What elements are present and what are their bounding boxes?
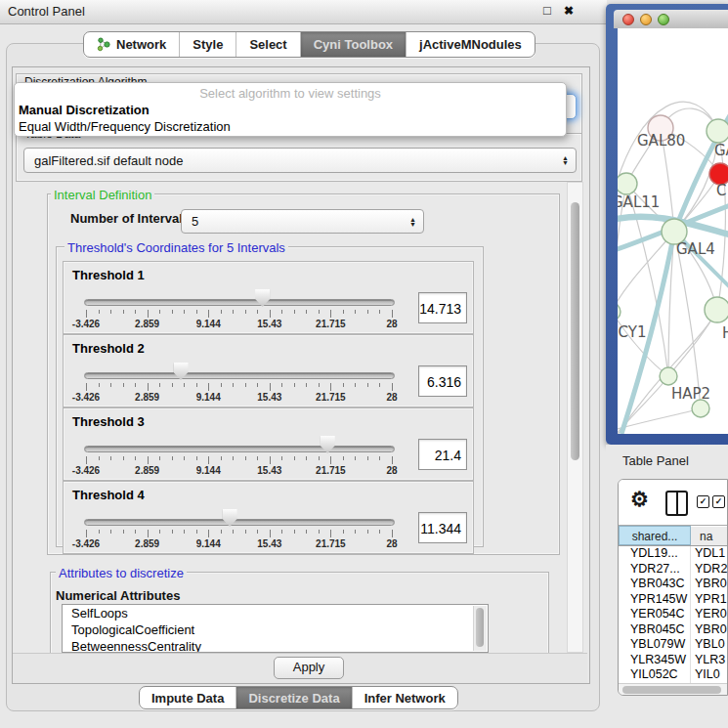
number-of-intervals-combobox[interactable]: 5 ▲▼ <box>181 209 424 234</box>
tab-discretize-data[interactable]: Discretize Data <box>236 687 351 708</box>
slider-tick <box>172 383 173 387</box>
slider-tick <box>294 310 295 314</box>
network-node-gcy1[interactable] <box>618 303 621 321</box>
table-row[interactable]: YBR043CYBR0 <box>619 577 727 592</box>
table-cell[interactable]: YER054C <box>619 607 691 622</box>
table-row[interactable]: YDL19...YDL1 <box>619 546 727 562</box>
slider-tick <box>172 456 173 460</box>
column-header-name[interactable]: na <box>691 526 727 545</box>
table-cell[interactable]: YBR045C <box>619 622 691 638</box>
table-cell[interactable]: YIL052C <box>619 667 691 683</box>
tab-impute-data[interactable]: Impute Data <box>140 687 236 708</box>
table-row[interactable]: YDR27...YDR2 <box>619 562 727 578</box>
table-data-combobox[interactable]: galFiltered.sif default node ▲▼ <box>23 148 577 173</box>
table-cell[interactable]: YBL0 <box>691 637 727 653</box>
gear-icon[interactable]: ⚙ <box>630 488 649 511</box>
slider-tick-label: 28 <box>367 392 416 403</box>
slider-tick-label: 9.144 <box>184 392 233 403</box>
threshold-label: Threshold 2 <box>72 341 145 356</box>
network-view-window[interactable]: GAL80GACGAL11GAL4GCY1HHAP2 <box>606 4 728 445</box>
tab-style[interactable]: Style <box>179 32 236 57</box>
network-node-ga[interactable] <box>707 119 728 143</box>
numerical-attributes-list[interactable]: SelfLoopsTopologicalCoefficientBetweenne… <box>62 604 489 653</box>
table-panel-titlebar: Table Panel <box>606 445 728 477</box>
table-cell[interactable]: YBR0 <box>691 577 727 592</box>
table-cell[interactable]: YLR345W <box>619 653 691 668</box>
table-row[interactable]: YBL079WYBL0 <box>619 637 727 653</box>
table-cell[interactable]: YIL0 <box>691 667 727 683</box>
table-cell[interactable]: YLR3 <box>691 653 727 668</box>
tab-network[interactable]: Network <box>84 32 179 57</box>
slider-tick <box>184 310 185 314</box>
scrollbar-thumb[interactable] <box>476 608 484 647</box>
algorithm-option-equal-width-frequency-discretization[interactable]: Equal Width/Frequency Discretization <box>19 118 562 135</box>
algorithm-option-manual-discretization[interactable]: Manual Discretization <box>19 102 562 118</box>
table-cell[interactable]: YBR043C <box>619 577 691 592</box>
table-cell[interactable]: YBR0 <box>691 622 727 638</box>
attribute-item-betweennesscentrality[interactable]: BetweennessCentrality <box>63 638 488 653</box>
slider-tick <box>148 530 149 537</box>
tab-infer-network[interactable]: Infer Network <box>352 687 457 708</box>
table-horizontal-scrollbar[interactable] <box>619 683 727 696</box>
slider-tick <box>306 383 307 387</box>
attribute-item-selfloops[interactable]: SelfLoops <box>63 605 488 621</box>
slider-tick <box>99 310 100 314</box>
table-cell[interactable]: YBL079W <box>619 637 691 653</box>
attributes-list-scrollbar[interactable] <box>473 606 487 651</box>
slider-tick <box>355 456 356 460</box>
slider-tick <box>343 456 344 460</box>
checkbox-icon[interactable]: ✓ <box>712 495 725 508</box>
apply-button[interactable]: Apply <box>274 657 344 679</box>
slider-tick <box>110 530 111 534</box>
slider-tick <box>281 456 282 460</box>
threshold-value-field-2[interactable]: 6.316 <box>418 365 467 397</box>
attribute-item-topologicalcoefficient[interactable]: TopologicalCoefficient <box>63 621 488 638</box>
network-node[interactable] <box>692 400 709 417</box>
minimize-traffic-light-icon[interactable] <box>640 14 652 25</box>
tab-jactivemnodules[interactable]: jActiveMNodules <box>406 32 535 57</box>
tab-cyni-toolbox[interactable]: Cyni Toolbox <box>300 32 406 57</box>
checkbox-icon[interactable]: ✓ <box>697 495 709 508</box>
slider-track[interactable] <box>84 519 395 526</box>
slider-track[interactable] <box>84 299 395 306</box>
threshold-value-field-3[interactable]: 21.4 <box>418 439 467 470</box>
network-node-h[interactable] <box>705 297 728 322</box>
table-row[interactable]: YBR045CYBR0 <box>619 622 727 638</box>
tab-label: Cyni Toolbox <box>314 37 393 52</box>
network-node-hap2[interactable] <box>660 367 677 385</box>
zoom-traffic-light-icon[interactable] <box>658 14 669 25</box>
slider-tick <box>110 383 111 387</box>
columns-icon[interactable] <box>665 491 688 516</box>
table-cell[interactable]: YDL1 <box>691 546 727 562</box>
column-header-shared-name[interactable]: shared... <box>619 526 691 545</box>
table-cell[interactable]: YPR145W <box>619 592 691 608</box>
close-traffic-light-icon[interactable] <box>622 14 634 25</box>
slider-tick-label: 2.859 <box>123 538 172 549</box>
settings-scroll-viewport[interactable]: Interval Definition Number of Intervals … <box>16 182 567 653</box>
tab-label: Impute Data <box>151 691 224 706</box>
table-cell[interactable]: YDR27... <box>619 562 691 578</box>
scrollbar-thumb[interactable] <box>571 202 579 460</box>
table-cell[interactable]: YDL19... <box>619 546 691 562</box>
threshold-value-field-4[interactable]: 11.344 <box>418 512 467 543</box>
panel-vertical-scrollbar[interactable] <box>567 182 583 653</box>
table-cell[interactable]: YPR1 <box>691 592 727 608</box>
table-row[interactable]: YER054CYER0 <box>619 607 727 622</box>
threshold-value-field-1[interactable]: 14.713 <box>418 292 467 323</box>
tab-select[interactable]: Select <box>236 32 299 57</box>
slider-tick <box>172 530 173 534</box>
float-window-icon[interactable]: □ <box>543 3 551 18</box>
slider-track[interactable] <box>84 446 395 452</box>
slider-track[interactable] <box>84 372 395 379</box>
network-node-gal11[interactable] <box>618 173 637 194</box>
network-canvas[interactable]: GAL80GACGAL11GAL4GCY1HHAP2 <box>618 28 728 434</box>
slider-tick <box>148 383 149 391</box>
table-cell[interactable]: YER0 <box>691 607 727 622</box>
table-row[interactable]: YIL052CYIL0 <box>619 667 727 683</box>
table-row[interactable]: YLR345WYLR3 <box>619 653 727 668</box>
close-icon[interactable]: ✖ <box>564 4 574 18</box>
table-cell[interactable]: YDR2 <box>691 562 727 578</box>
slider-tick <box>270 310 271 318</box>
scrollbar-thumb[interactable] <box>622 686 721 694</box>
table-row[interactable]: YPR145WYPR1 <box>619 592 727 608</box>
